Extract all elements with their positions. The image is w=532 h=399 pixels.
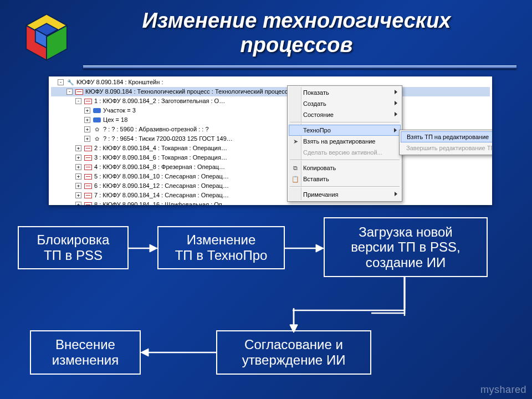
tree-row-op1[interactable]: - 1 : КЮФУ 8.090.184_2 : Заготовительная…	[51, 96, 490, 106]
flow-label: ИзменениеТП в ТехноПро	[175, 232, 268, 263]
submenu-item-finish-tp: Завершить редактирование ТП	[401, 142, 492, 154]
tree-row-op6[interactable]: + 6 : КЮФУ 8.090.184_12 : Слесарная : Оп…	[51, 181, 490, 191]
tree-label: 7 : КЮФУ 8.090.184_14 : Слесарная : Опер…	[94, 191, 229, 200]
expand-icon[interactable]: +	[84, 126, 90, 132]
submenu-arrow-icon	[395, 101, 397, 105]
tree-row-uchastok[interactable]: + Участок = 3	[51, 106, 490, 115]
menu-label: ТехноПро	[303, 127, 331, 134]
card-icon	[84, 201, 93, 206]
menu-separator	[290, 160, 400, 161]
expand-icon[interactable]: +	[84, 136, 90, 142]
card-icon	[84, 163, 93, 171]
menu-label: Создать	[303, 100, 326, 107]
context-menu: Показать Создать Состояние ТехноПро ➤Взя…	[287, 85, 402, 202]
card-icon	[84, 173, 93, 181]
expand-icon[interactable]: +	[75, 145, 81, 151]
menu-item-create[interactable]: Создать	[289, 98, 401, 109]
menu-label: Сделать версию активной...	[303, 149, 382, 156]
flow-box-change-tp: ИзменениеТП в ТехноПро	[157, 226, 285, 269]
expand-icon[interactable]: -	[66, 89, 73, 95]
logo-cube-icon	[21, 12, 72, 63]
card-icon	[84, 145, 93, 152]
submenu-arrow-icon	[395, 192, 397, 196]
flow-box-block-tp: БлокировкаТП в PSS	[18, 226, 129, 269]
menu-item-state[interactable]: Состояние	[289, 109, 401, 120]
flow-box-agreement: Согласование иутверждение ИИ	[216, 330, 371, 375]
menu-item-show[interactable]: Показать	[289, 87, 401, 98]
expand-icon[interactable]: +	[75, 173, 81, 180]
tree-label: 3 : КЮФУ 8.090.184_6 : Токарная : Операц…	[94, 153, 227, 162]
card-icon	[75, 88, 84, 96]
tree-row-op7[interactable]: + 7 : КЮФУ 8.090.184_14 : Слесарная : Оп…	[51, 191, 490, 200]
menu-item-technopro[interactable]: ТехноПро	[289, 125, 401, 136]
menu-label: Завершить редактирование ТП	[406, 145, 492, 151]
arrow-segment-down-icon	[288, 309, 299, 332]
context-submenu-technopro: Взять ТП на редактирование Завершить ред…	[399, 130, 492, 155]
tree-label: 2 : КЮФУ 8.090.184_4 : Токарная : Операц…	[94, 144, 227, 153]
menu-label: Показать	[303, 89, 329, 96]
tree-row-techprocess[interactable]: - КЮФУ 8.090.184 : Технологический проце…	[51, 87, 490, 96]
tree-row-root[interactable]: - 🔧 КЮФУ 8.090.184 : Кронштейн :	[51, 78, 490, 87]
flow-label: Согласование иутверждение ИИ	[242, 337, 346, 367]
tree-label: 6 : КЮФУ 8.090.184_12 : Слесарная : Опер…	[94, 181, 229, 191]
svg-marker-6	[150, 244, 157, 252]
card-icon	[84, 192, 93, 200]
title-rule	[83, 65, 516, 69]
expand-icon[interactable]: +	[75, 192, 81, 198]
menu-item-notes[interactable]: Примечания	[289, 189, 401, 200]
menu-item-paste[interactable]: 📋Вставить	[289, 173, 401, 185]
tree-label: ? : ? : 5960 : Абразивно-отрезной : : ?	[103, 125, 209, 134]
card-icon	[84, 182, 93, 190]
expand-icon[interactable]: +	[75, 164, 81, 170]
gear-icon: ✿	[93, 126, 101, 134]
arrow-icon	[129, 243, 157, 254]
menu-label: Копировать	[303, 165, 336, 171]
expand-icon[interactable]: -	[58, 79, 64, 85]
tag-icon	[93, 116, 101, 124]
tag-icon	[93, 107, 101, 115]
expand-icon[interactable]: +	[84, 108, 90, 114]
expand-icon[interactable]: +	[84, 117, 90, 123]
copy-icon: ⧉	[291, 163, 300, 172]
paste-icon: 📋	[291, 175, 300, 183]
tree-label: 4 : КЮФУ 8.090.184_8 : Фрезерная : Опера…	[94, 162, 225, 172]
card-icon	[84, 98, 93, 105]
svg-marker-8	[316, 244, 324, 252]
menu-item-take-edit[interactable]: ➤Взять на редактирование	[289, 136, 401, 147]
menu-separator	[290, 122, 400, 123]
expand-icon[interactable]: +	[75, 202, 81, 205]
tree-label: 1 : КЮФУ 8.090.184_2 : Заготовительная :…	[94, 96, 225, 106]
menu-separator	[290, 186, 400, 187]
svg-marker-15	[141, 349, 149, 356]
tree-row-op8[interactable]: + 8 : КЮФУ 8.090.184_16 : Шлифовальная :…	[51, 200, 490, 205]
submenu-item-take-tp[interactable]: Взять ТП на редактирование	[401, 131, 492, 142]
svg-marker-19	[290, 325, 298, 332]
menu-item-copy[interactable]: ⧉Копировать	[289, 162, 401, 173]
app-screenshot-panel: - 🔧 КЮФУ 8.090.184 : Кронштейн : - КЮФУ …	[49, 76, 492, 205]
submenu-arrow-icon	[394, 128, 397, 132]
tree-row-op4[interactable]: + 4 : КЮФУ 8.090.184_8 : Фрезерная : Опе…	[51, 162, 490, 172]
gear-icon: ✿	[93, 135, 101, 143]
arrow-segment-icon	[399, 277, 410, 310]
expand-icon[interactable]: +	[75, 183, 81, 189]
tree-label: КЮФУ 8.090.184 : Технологический процесс…	[85, 87, 296, 96]
tree-label: 5 : КЮФУ 8.090.184_10 : Слесарная : Опер…	[94, 172, 229, 181]
flow-label: Внесениеизменения	[52, 337, 119, 367]
tree-label: 8 : КЮФУ 8.090.184_16 : Шлифовальная : О…	[94, 200, 228, 205]
arrow-segment-icon	[293, 309, 405, 311]
arrow-left-icon	[141, 347, 216, 358]
watermark: myshared	[480, 384, 526, 396]
expand-icon[interactable]: +	[75, 155, 81, 161]
submenu-arrow-icon	[395, 90, 397, 94]
menu-item-make-active: Сделать версию активной...	[289, 147, 401, 158]
submenu-arrow-icon	[395, 112, 397, 116]
arrow-corner-icon	[288, 277, 416, 332]
tree-row-tseh[interactable]: + Цех = 18	[51, 115, 490, 125]
flow-box-load-version: Загрузка новойверсии ТП в PSS,создание И…	[324, 217, 488, 277]
arrow-add-icon: ➤	[291, 137, 300, 146]
expand-icon[interactable]: -	[75, 98, 81, 104]
menu-label: Вставить	[303, 176, 329, 182]
title-line-1: Изменение технологических	[142, 9, 451, 32]
tree-label: Цех = 18	[103, 115, 127, 125]
tree-row-op5[interactable]: + 5 : КЮФУ 8.090.184_10 : Слесарная : Оп…	[51, 172, 490, 181]
